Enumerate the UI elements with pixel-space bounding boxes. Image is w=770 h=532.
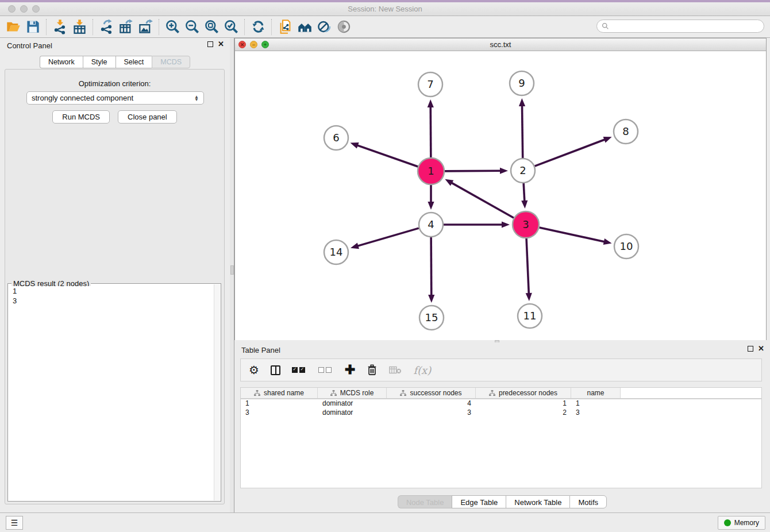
column-header-name[interactable]: name — [571, 388, 621, 398]
cell-name[interactable]: 3 — [571, 408, 621, 418]
tab-network-table[interactable]: Network Table — [506, 495, 569, 508]
mcds-result-scrollbar[interactable] — [214, 284, 220, 500]
export-network-button[interactable] — [97, 18, 116, 36]
cell-successor-nodes[interactable]: 4 — [387, 399, 476, 408]
column-header-successor-nodes[interactable]: successor nodes — [387, 388, 476, 398]
task-history-button[interactable]: ☰ — [6, 516, 23, 530]
node-table-header: shared nameMCDS rolesuccessor nodesprede… — [241, 388, 761, 399]
graph-node-label-1: 1 — [428, 165, 434, 177]
graph-edge-1-2[interactable] — [445, 171, 501, 171]
deselect-all-button[interactable] — [318, 367, 333, 373]
zoom-out-button[interactable] — [182, 18, 202, 36]
float-panel-icon[interactable] — [748, 346, 753, 352]
graph-edge-4-15[interactable] — [431, 237, 432, 296]
graph-edge-1-6[interactable] — [357, 145, 418, 167]
column-header-predecessor-nodes[interactable]: predecessor nodes — [476, 388, 571, 398]
tab-node-table[interactable]: Node Table — [398, 495, 452, 508]
add-row-button[interactable]: ✚ — [345, 364, 355, 376]
import-network-button[interactable] — [50, 18, 70, 36]
run-mcds-button[interactable]: Run MCDS — [52, 110, 110, 124]
zoom-selected-button[interactable] — [221, 18, 241, 36]
cell-shared-name[interactable]: 3 — [241, 408, 318, 418]
deselect-all-icon — [318, 367, 324, 373]
graph-edge-arrowhead — [428, 295, 434, 303]
column-sort-icon — [489, 390, 495, 396]
save-session-button[interactable] — [23, 18, 43, 36]
graph-node-label-4: 4 — [428, 218, 434, 230]
delete-button[interactable] — [367, 364, 378, 376]
select-stepper-icon: ▲▼ — [194, 95, 199, 101]
tab-network[interactable]: Network — [40, 56, 83, 68]
cell-successor-nodes[interactable]: 3 — [387, 408, 476, 418]
splitter-handle-icon[interactable] — [230, 265, 234, 275]
close-panel-button[interactable]: Close panel — [118, 110, 177, 124]
cell-predecessor-nodes[interactable]: 2 — [476, 408, 571, 418]
hide-details-button[interactable] — [314, 18, 334, 36]
mcds-result-text[interactable]: 1 3 — [9, 286, 214, 500]
graph-edge-3-10[interactable] — [539, 228, 605, 242]
graph-edge-arrowhead — [521, 201, 528, 209]
mcds-panel: Optimization criterion: strongly connect… — [5, 69, 225, 504]
graph-node-label-15: 15 — [425, 311, 438, 323]
table-panel-title: Table Panel — [241, 346, 280, 354]
gear-icon: ⚙ — [249, 363, 259, 377]
memory-status-icon — [724, 519, 731, 526]
search-input[interactable] — [611, 22, 759, 30]
window-accent-strip — [0, 0, 770, 2]
delete-table-button[interactable] — [389, 365, 402, 375]
import-table-icon — [72, 19, 87, 34]
zoom-fit-button[interactable] — [202, 18, 221, 36]
duplicate-network-button[interactable] — [275, 18, 295, 36]
application-window: Session: New Session — [0, 0, 770, 532]
graph-edge-3-1[interactable] — [451, 183, 514, 218]
memory-button[interactable]: Memory — [718, 516, 765, 530]
toolbar-separator — [93, 19, 93, 35]
select-all-icon — [292, 367, 298, 373]
show-graphics-button[interactable] — [334, 18, 353, 36]
save-session-icon — [25, 19, 41, 34]
tab-select[interactable]: Select — [116, 56, 152, 68]
zoom-in-button[interactable] — [163, 18, 182, 36]
criterion-select[interactable]: strongly connected component ▲▼ — [26, 91, 204, 105]
tab-mcds[interactable]: MCDS — [152, 56, 190, 68]
cell-MCDS-role[interactable]: dominator — [318, 408, 387, 418]
zoom-out-icon — [184, 19, 200, 34]
function-builder-button[interactable]: f(x) — [413, 364, 431, 376]
refresh-button[interactable] — [248, 18, 268, 36]
graph-edge-1-7[interactable] — [430, 106, 431, 157]
table-row[interactable]: 1dominator411 — [241, 399, 761, 408]
home-button[interactable] — [295, 18, 314, 36]
tab-edge-table[interactable]: Edge Table — [452, 495, 506, 508]
graph-edge-2-3[interactable] — [523, 183, 525, 202]
tab-motifs[interactable]: Motifs — [569, 495, 607, 508]
cell-shared-name[interactable]: 1 — [241, 399, 318, 408]
export-table-button[interactable] — [116, 18, 136, 36]
column-header-MCDS-role[interactable]: MCDS role — [318, 388, 387, 398]
node-table-body: 1dominator4113dominator323 — [241, 399, 761, 418]
cell-MCDS-role[interactable]: dominator — [318, 399, 387, 408]
table-row[interactable]: 3dominator323 — [241, 408, 761, 418]
table-settings-button[interactable]: ⚙ — [249, 363, 259, 377]
cell-name[interactable]: 1 — [571, 399, 621, 408]
close-panel-icon[interactable]: ✕ — [758, 346, 764, 352]
float-panel-icon[interactable] — [207, 41, 213, 47]
graph-edge-arrowhead — [445, 179, 453, 186]
graph-edge-2-9[interactable] — [522, 105, 523, 158]
toolbar-separator — [46, 19, 47, 35]
column-browser-button[interactable] — [271, 365, 280, 375]
graph-edge-2-8[interactable] — [535, 139, 606, 166]
import-table-button[interactable] — [70, 18, 89, 36]
tab-style[interactable]: Style — [83, 56, 116, 68]
graph-edge-4-14[interactable] — [357, 228, 418, 246]
cell-predecessor-nodes[interactable]: 1 — [476, 399, 571, 408]
column-header-shared-name[interactable]: shared name — [241, 388, 318, 398]
mcds-result-box: MCDS result (2 nodes) 1 3 — [7, 283, 221, 502]
close-panel-icon[interactable]: ✕ — [218, 41, 224, 47]
open-session-button[interactable] — [3, 18, 23, 36]
panel-splitter[interactable] — [230, 38, 234, 512]
graph-node-label-9: 9 — [518, 77, 525, 89]
graph-edge-3-11[interactable] — [526, 238, 529, 294]
select-all-button[interactable] — [292, 367, 307, 373]
export-image-button[interactable] — [136, 18, 155, 36]
network-canvas[interactable]: 7968124314101511 — [235, 51, 766, 340]
